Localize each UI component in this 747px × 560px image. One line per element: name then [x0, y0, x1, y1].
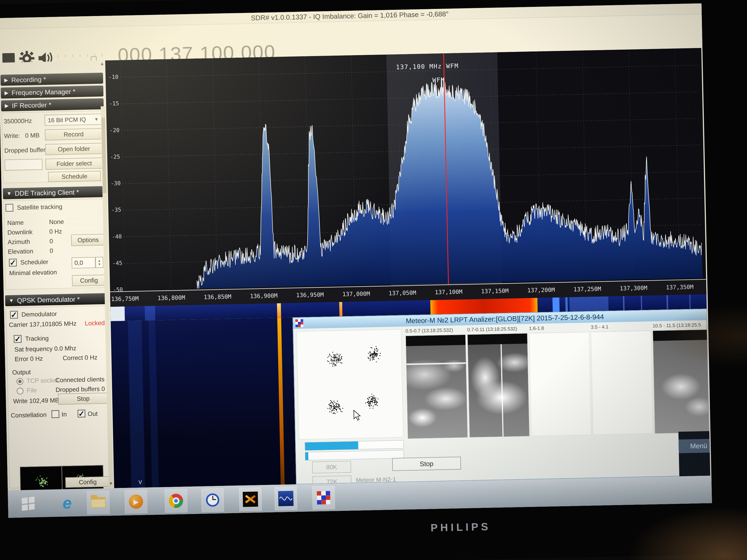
collapse-triangle-icon: ▼	[7, 191, 12, 196]
start-button[interactable]	[17, 492, 40, 515]
constellation-dot	[331, 356, 332, 357]
panel-header-if-recorder[interactable]: ▶ IF Recorder *	[1, 98, 104, 111]
constellation-dot	[41, 481, 42, 482]
constellation-dot	[378, 399, 379, 399]
taskbar-lrpt-decoder[interactable]	[312, 486, 335, 510]
qpsk-stop-button[interactable]: Stop	[58, 393, 108, 405]
constellation-in-checkbox[interactable]	[51, 410, 59, 418]
tracking-checkbox[interactable]: ✓	[14, 335, 22, 343]
constellation-dot	[334, 365, 335, 366]
taskbar-chrome[interactable]	[164, 489, 187, 513]
panel-header-qpsk[interactable]: ▼ QPSK Demodulator *	[5, 293, 108, 306]
80k-button[interactable]: 80K	[312, 461, 351, 474]
constellation-dot	[374, 349, 375, 350]
hidden-icons-chevron[interactable]: v	[138, 478, 142, 485]
collapse-triangle-icon: ▶	[4, 90, 8, 96]
constellation-dot	[42, 479, 43, 480]
freq-tick-label: 137,150M	[481, 288, 509, 295]
error-label: Error 0 Hz	[15, 355, 43, 363]
spinner-stepper[interactable]: ▲▼	[96, 257, 103, 268]
qpsk-config-button[interactable]: Config	[65, 476, 110, 488]
waterfall-streak	[569, 296, 609, 312]
demodulator-checkbox[interactable]: ✓	[10, 311, 18, 319]
db-tick-label: -25	[108, 154, 120, 160]
folder-select-button[interactable]: Folder select	[46, 158, 103, 170]
constellation-dot	[78, 475, 78, 475]
constellation-dot	[374, 356, 375, 357]
carrier-label: Carrier 137,101805 MHz	[9, 320, 77, 328]
db-tick-label: -10	[106, 74, 119, 80]
taskbar-clock-app[interactable]	[201, 488, 224, 512]
constellation-dot	[330, 403, 331, 404]
scroll-down-icon[interactable]: ▼	[108, 481, 113, 486]
constellation-dot	[372, 408, 373, 408]
taskbar-satellite-app[interactable]	[239, 487, 262, 511]
constellation-dot	[376, 356, 377, 357]
open-folder-button[interactable]: Open folder	[45, 143, 103, 155]
analyzer-stop-button[interactable]: Stop	[392, 457, 461, 471]
constellation-dot	[369, 398, 370, 399]
satellite-image	[467, 333, 530, 437]
schedule-button[interactable]: Schedule	[48, 171, 101, 182]
constellation-dot	[335, 365, 336, 366]
constellation-dot	[336, 409, 336, 410]
freq-tick-label: 137,200M	[527, 286, 555, 294]
analyzer-channel: 3.5 - 4.1	[591, 323, 653, 443]
constellation-dot	[47, 482, 48, 483]
constellation-dot	[332, 357, 333, 358]
taskbar-signal-app[interactable]	[275, 486, 297, 510]
constellation-dot	[377, 355, 378, 356]
constellation-dot	[40, 476, 41, 477]
spectrum-plot[interactable]	[120, 48, 703, 291]
analyzer-channel: 0.5-0.7 (13:18:25.532)	[406, 327, 468, 447]
satellite-tracking-checkbox[interactable]	[5, 204, 14, 212]
constellation-dot	[41, 483, 42, 484]
waterfall-streak	[689, 295, 691, 309]
write-mb-label: Write 102,49 MB	[13, 397, 59, 405]
constellation-dot	[336, 354, 336, 355]
panel-header-dde-tracking[interactable]: ▼ DDE Tracking Client *	[3, 186, 105, 199]
constellation-dot	[375, 353, 376, 354]
72k-button[interactable]: 72K	[312, 475, 352, 484]
channel-empty	[591, 331, 653, 435]
constellation-dot	[370, 354, 371, 354]
windows-logo-icon	[22, 497, 35, 511]
waterfall-streak	[565, 297, 568, 312]
path-input[interactable]	[5, 159, 43, 170]
progress-fill	[305, 452, 309, 460]
taskbar-internet-explorer[interactable]: e	[56, 491, 78, 514]
taskbar-file-explorer[interactable]	[87, 490, 110, 514]
constellation-dot	[365, 403, 366, 403]
write-label: Write:	[4, 132, 20, 139]
constellation-dot	[337, 412, 338, 413]
panel-header-frequency-manager[interactable]: ▶ Frequency Manager *	[1, 85, 103, 99]
constellation-dot	[376, 404, 377, 405]
constellation-dot	[370, 352, 371, 353]
minimal-elevation-input[interactable]: 0,0	[72, 257, 96, 268]
constellation-dot	[376, 403, 377, 404]
scroll-up-icon[interactable]: ▲	[100, 61, 104, 66]
constellation-dot	[378, 350, 378, 350]
constellation-out-checkbox[interactable]: ✓	[78, 409, 85, 418]
options-button[interactable]: Options	[71, 234, 105, 246]
panel-header-recording[interactable]: ▶ Recording *	[0, 73, 103, 86]
constellation-dot	[327, 408, 328, 409]
record-button[interactable]: Record	[45, 128, 102, 140]
media-player-icon: ▶	[129, 495, 143, 509]
freq-tick-label: 136,850M	[204, 293, 231, 300]
taskbar-media-player[interactable]: ▶	[125, 490, 147, 513]
dde-config-button[interactable]: Config	[72, 274, 106, 286]
constellation-dot	[330, 405, 331, 406]
constellation-dot	[333, 413, 333, 414]
freq-tick-label: 136,900M	[250, 292, 278, 300]
satellite-burst-icon	[242, 491, 258, 507]
constellation-dot	[340, 354, 341, 355]
scheduler-checkbox[interactable]: ✓	[9, 259, 17, 267]
waterfall-history[interactable]	[111, 317, 296, 488]
tcp-socket-label: TCP socket	[27, 377, 58, 384]
menu-item[interactable]: Menü	[678, 439, 710, 453]
format-select[interactable]: 16 Bit PCM IQ ▼	[45, 114, 102, 126]
constellation-dot	[369, 401, 369, 402]
constellation-dot	[45, 484, 46, 484]
channel-header: 0.7-0.11 (13:18:25.532)	[467, 326, 527, 335]
